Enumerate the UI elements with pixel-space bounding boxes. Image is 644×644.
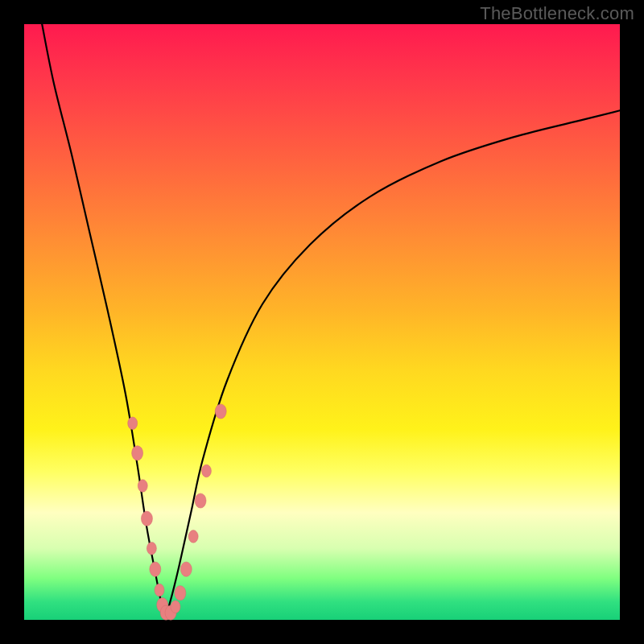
bead [132,446,143,460]
chart-frame: TheBottleneck.com [0,0,644,644]
bead [150,562,161,576]
bead [188,530,198,543]
watermark-text: TheBottleneck.com [480,3,634,24]
bottleneck-curve [42,24,620,615]
bead [215,404,226,419]
bead [175,586,186,601]
bead [201,464,211,477]
bead [138,480,147,493]
bead [141,511,152,526]
bead [147,542,156,555]
bead [155,584,164,597]
bottleneck-curve-svg [24,24,620,620]
bead [195,493,206,508]
bead [171,601,180,613]
plot-area [24,24,620,620]
curve-beads [128,404,227,620]
bead [180,562,192,576]
bead [128,417,138,430]
